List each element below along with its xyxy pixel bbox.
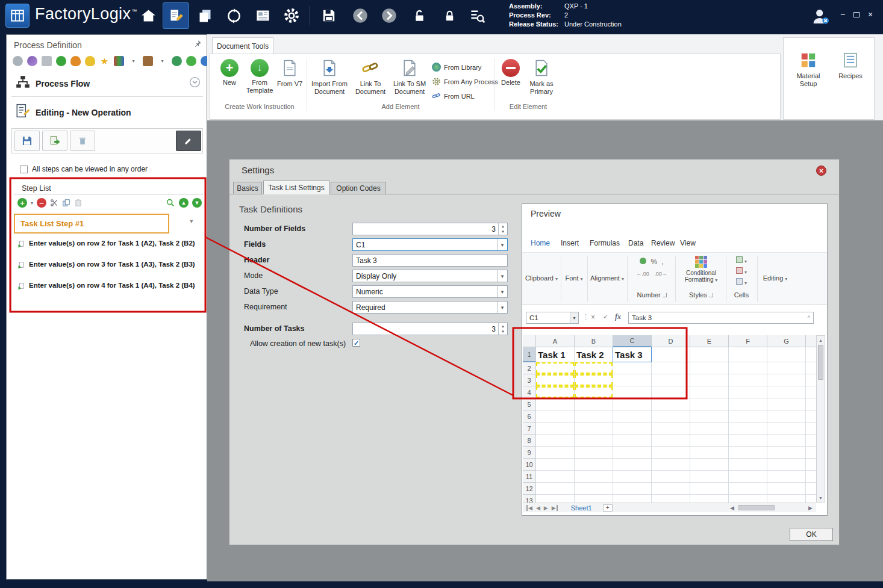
stamps-caret-icon[interactable]: ▾ — [128, 56, 139, 66]
excel-tab-home[interactable]: Home — [531, 239, 550, 247]
material-setup-button[interactable]: Material Setup — [790, 51, 827, 88]
cell-C7[interactable] — [613, 422, 652, 435]
cell-A4[interactable] — [536, 386, 575, 398]
lock-icon[interactable] — [436, 2, 463, 29]
col-header-A[interactable]: A — [536, 335, 575, 347]
cell-C1[interactable]: Task 3 — [613, 347, 652, 362]
document-tools-tab[interactable]: Document Tools — [212, 37, 273, 54]
cell-D9[interactable] — [652, 447, 690, 459]
row-header-7[interactable]: 7 — [523, 422, 536, 435]
add-step-icon[interactable]: + — [17, 198, 27, 208]
cell-A7[interactable] — [536, 422, 575, 435]
cell-A13[interactable] — [536, 495, 575, 503]
back-icon[interactable] — [347, 2, 373, 29]
cell-C6[interactable] — [613, 410, 652, 422]
cell-G9[interactable] — [767, 447, 806, 459]
step-list-item[interactable]: Enter value(s) on row 3 for Task 1 (A3),… — [16, 259, 197, 269]
cell-A3[interactable] — [536, 374, 575, 386]
cell-D3[interactable] — [652, 374, 690, 386]
editing-group[interactable]: Editing ▾ — [760, 274, 791, 282]
print-icon[interactable] — [42, 56, 52, 66]
cell-B10[interactable] — [575, 459, 613, 471]
from-template-button[interactable]: ↓ From Template — [244, 59, 275, 94]
add-sheet-button[interactable]: + — [603, 504, 613, 512]
cell-B9[interactable] — [575, 447, 613, 459]
cell-G7[interactable] — [767, 422, 806, 435]
close-button[interactable]: × — [864, 9, 877, 20]
cell-F10[interactable] — [729, 459, 767, 471]
col-header-B[interactable]: B — [575, 335, 613, 347]
cell-C9[interactable] — [613, 447, 652, 459]
nav-icon[interactable] — [13, 56, 23, 66]
formula-input[interactable]: Task 3 ^ — [628, 312, 814, 324]
comma-style-icon[interactable]: , — [661, 258, 663, 266]
flag-icon[interactable] — [143, 56, 153, 66]
collapse-all-icon[interactable]: ▼ — [192, 198, 202, 208]
settings-gear-icon[interactable] — [278, 2, 305, 29]
number-of-tasks-spinner[interactable]: 3 ▲▼ — [352, 323, 508, 335]
cell-F8[interactable] — [729, 435, 767, 447]
cell-G2[interactable] — [767, 362, 806, 374]
delete-cells-icon[interactable]: ▾ — [728, 267, 755, 275]
col-header-D[interactable]: D — [652, 335, 690, 347]
work-instructions-icon[interactable] — [163, 2, 189, 29]
cell-G8[interactable] — [767, 435, 806, 447]
favorites-icon[interactable]: ★ — [99, 56, 110, 66]
selected-step[interactable]: Task List Step #1 — [14, 214, 169, 234]
cell-F5[interactable] — [729, 398, 767, 410]
trainer-icon[interactable] — [85, 56, 95, 66]
cell-B2[interactable] — [575, 362, 613, 374]
cell-D13[interactable] — [652, 495, 690, 503]
horizontal-scroll-thumb[interactable] — [738, 505, 775, 510]
col-header-G[interactable]: G — [767, 335, 806, 347]
from-any-process-button[interactable]: From Any Process — [432, 77, 498, 86]
insert-cells-icon[interactable]: ▾ — [728, 256, 755, 264]
percent-style-icon[interactable]: % — [651, 258, 657, 266]
edit-mode-button[interactable] — [176, 131, 201, 151]
app-logo-icon[interactable] — [5, 4, 30, 28]
cell-A1[interactable]: Task 1 — [536, 347, 575, 362]
cell-B8[interactable] — [575, 435, 613, 447]
cell-E9[interactable] — [690, 447, 729, 459]
vertical-scroll-thumb[interactable] — [818, 345, 823, 380]
cell-F12[interactable] — [729, 483, 767, 495]
cell-D4[interactable] — [652, 386, 690, 398]
name-box[interactable]: C1 ▾ — [526, 312, 579, 324]
cell-A12[interactable] — [536, 483, 575, 495]
cut-icon[interactable] — [50, 199, 58, 207]
row-header-10[interactable]: 10 — [523, 459, 536, 471]
spinner-arrows-icon[interactable]: ▲▼ — [498, 323, 507, 335]
delete-operation-button[interactable] — [70, 131, 95, 151]
row-header-6[interactable]: 6 — [523, 410, 536, 422]
dropdown-caret-icon[interactable]: ▾ — [497, 270, 507, 282]
stamps-icon[interactable] — [114, 56, 124, 66]
first-sheet-icon[interactable]: ◀ — [526, 505, 532, 511]
step-expand-caret-icon[interactable]: ▾ — [190, 217, 193, 225]
excel-tab-insert[interactable]: Insert — [561, 239, 579, 247]
col-header-C[interactable]: C — [613, 335, 652, 347]
header-input[interactable]: Task 3 — [352, 254, 508, 267]
fields-dropdown[interactable]: C1 ▾ — [352, 238, 508, 251]
recipes-button[interactable]: Recipes — [833, 51, 868, 80]
import-operation-button[interactable] — [42, 131, 67, 151]
ok-button[interactable]: OK — [790, 528, 833, 541]
cell-D5[interactable] — [652, 398, 690, 410]
hscroll-right-icon[interactable]: ▶ — [808, 505, 813, 511]
cell-B4[interactable] — [575, 386, 613, 398]
cell-G11[interactable] — [767, 471, 806, 483]
process-flow-label[interactable]: Process Flow — [36, 79, 90, 88]
cell-F13[interactable] — [729, 495, 767, 503]
row-header-5[interactable]: 5 — [523, 398, 536, 410]
cell-G6[interactable] — [767, 410, 806, 422]
cell-A6[interactable] — [536, 410, 575, 422]
cell-B5[interactable] — [575, 398, 613, 410]
row-header-9[interactable]: 9 — [523, 447, 536, 459]
copy-icon[interactable] — [62, 199, 70, 207]
cell-G4[interactable] — [767, 386, 806, 398]
cell-C8[interactable] — [613, 435, 652, 447]
scroll-down-icon[interactable]: ▼ — [817, 494, 825, 502]
from-library-button[interactable]: From Library — [432, 63, 481, 72]
cell-E10[interactable] — [690, 459, 729, 471]
dropdown-caret-icon[interactable]: ▾ — [497, 286, 507, 297]
expand-all-icon[interactable]: ▲ — [179, 198, 189, 208]
